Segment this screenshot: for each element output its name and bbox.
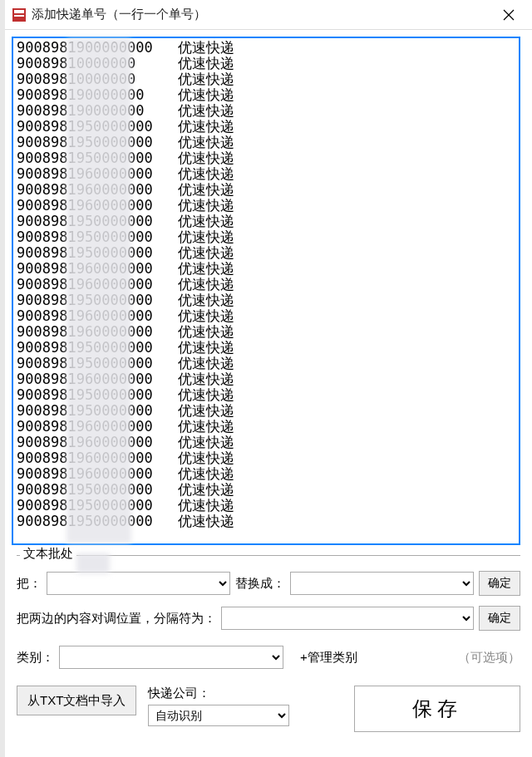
category-row: 类别： +管理类别 （可选项） [17,646,520,669]
close-button[interactable] [492,2,525,27]
category-select[interactable] [59,646,283,669]
swap-row: 把两边的内容对调位置，分隔符为： 确定 [17,606,520,631]
swap-delimiter-input[interactable] [221,607,474,630]
courier-label: 快递公司： [148,686,289,701]
batch-section-label: 文本批处 [20,546,76,562]
swap-confirm-button[interactable]: 确定 [479,606,520,631]
swap-label: 把两边的内容对调位置，分隔符为： [17,611,216,627]
replace-confirm-button[interactable]: 确定 [479,571,520,596]
window-title: 添加快递单号（一行一个单号） [32,7,492,22]
optional-label: （可选项） [458,650,520,666]
import-txt-button[interactable]: 从TXT文档中导入 [17,686,136,715]
replace-row: 把： 替换成： 确定 [17,571,520,596]
tracking-number-textarea[interactable] [13,38,519,543]
save-button[interactable]: 保存 [354,686,520,732]
bottom-area: 从TXT文档中导入 快递公司： 自动识别 保存 [5,686,532,739]
svg-rect-2 [14,15,24,17]
courier-column: 快递公司： 自动识别 [148,686,289,726]
courier-select[interactable]: 自动识别 [148,705,289,726]
titlebar: 添加快递单号（一行一个单号） [5,0,532,30]
replace-from-label: 把： [17,576,42,592]
replace-to-input[interactable] [290,572,474,595]
form-area: 把： 替换成： 确定 把两边的内容对调位置，分隔符为： 确定 类别： +管理类别… [5,556,532,686]
app-icon [12,7,27,22]
replace-from-input[interactable] [47,572,230,595]
replace-to-label: 替换成： [235,576,285,592]
tracking-textarea-wrap [12,37,520,545]
manage-category-link[interactable]: +管理类别 [300,650,357,666]
svg-rect-1 [14,10,24,13]
category-label: 类别： [17,650,54,666]
batch-section-divider: 文本批处 [17,555,520,556]
dialog-window: 添加快递单号（一行一个单号） 文本批处 把： 替换成： 确定 把两边的内容对调位… [0,0,532,757]
